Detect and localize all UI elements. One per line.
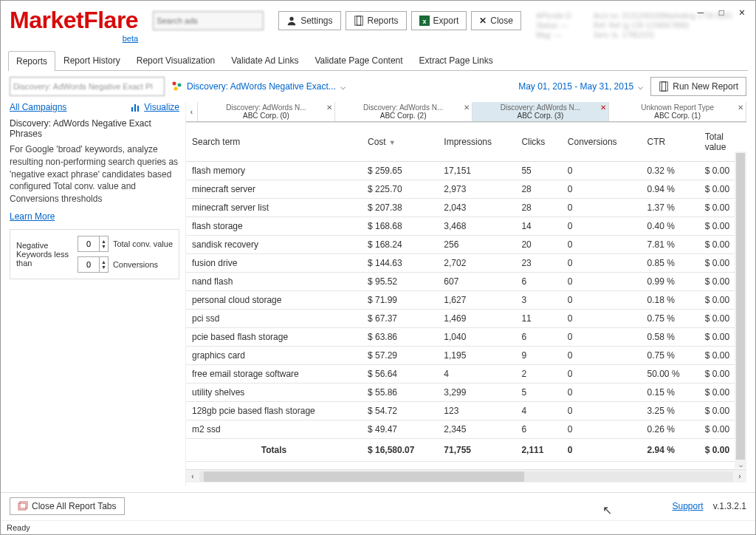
column-header[interactable]: Search term xyxy=(186,123,362,162)
table-cell: $ 259.65 xyxy=(362,162,438,180)
side-panel: All Campaigns Visualize Discovery: AdWor… xyxy=(10,102,179,486)
down-arrow-icon[interactable]: ▼ xyxy=(101,244,106,249)
beta-link[interactable]: beta xyxy=(123,34,138,43)
reports-icon xyxy=(354,16,364,26)
table-cell: pci ssd xyxy=(186,310,362,328)
column-header[interactable]: CTR xyxy=(642,123,699,162)
table-cell: $ 56.64 xyxy=(362,365,438,384)
close-all-tabs-button[interactable]: Close All Report Tabs xyxy=(10,497,125,515)
table-row[interactable]: pci ssd$ 67.371,4691100.75 %$ 0.00 xyxy=(186,310,746,328)
run-report-button[interactable]: Run New Report xyxy=(650,77,746,96)
close-label: Close xyxy=(490,16,513,26)
main-tab-report-visualization[interactable]: Report Visualization xyxy=(128,50,224,70)
table-row[interactable]: flash memory$ 259.6517,1515500.32 %$ 0.0… xyxy=(186,162,746,180)
table-row[interactable]: flash storage$ 168.683,4681400.40 %$ 0.0… xyxy=(186,217,746,236)
main-tab-validate-ad-links[interactable]: Validate Ad Links xyxy=(223,50,306,70)
main-tab-report-history[interactable]: Report History xyxy=(55,50,128,70)
table-row[interactable]: 128gb pcie based flash storage$ 54.72123… xyxy=(186,402,746,420)
svg-point-6 xyxy=(178,84,182,87)
column-header[interactable]: Clicks xyxy=(515,123,561,162)
total-conv-spinner[interactable]: ▲▼ xyxy=(78,236,109,252)
tab-close-icon[interactable]: ✕ xyxy=(464,103,470,112)
table-cell: 2,702 xyxy=(438,254,515,273)
table-row[interactable]: fusion drive$ 144.632,7022300.85 %$ 0.00 xyxy=(186,254,746,273)
report-tab[interactable]: Discovery: AdWords N...ABC Corp. (0)✕ xyxy=(198,102,335,121)
table-row[interactable]: graphics card$ 57.291,195900.75 %$ 0.00 xyxy=(186,347,746,365)
tabs-icon xyxy=(18,501,28,511)
up-arrow-icon[interactable]: ▲ xyxy=(101,259,106,265)
table-cell: $ 55.86 xyxy=(362,384,438,402)
table-row[interactable]: personal cloud storage$ 71.991,627300.18… xyxy=(186,291,746,310)
table-cell: 0.18 % xyxy=(642,291,699,310)
down-arrow-icon[interactable]: ▼ xyxy=(101,265,106,270)
flow-dropdown[interactable]: Discovery: AdWords Negative Exact... ⌵ xyxy=(172,81,346,92)
tab-close-icon[interactable]: ✕ xyxy=(326,103,332,112)
cfg-label-conversions: Conversions xyxy=(113,260,173,269)
scroll-left-icon[interactable]: ‹ xyxy=(186,472,199,480)
settings-button[interactable]: Settings xyxy=(278,11,340,30)
breadcrumb-box[interactable]: Discovery: AdWords Negative Exact Pl xyxy=(10,77,165,96)
svg-rect-2 xyxy=(357,16,362,25)
column-header[interactable]: Conversions xyxy=(562,123,642,162)
report-tab-label: ABC Corp. (2) xyxy=(338,112,469,120)
table-cell: 0 xyxy=(562,384,642,402)
table-cell: $ 168.24 xyxy=(362,236,438,254)
table-row[interactable]: minecraft server$ 225.702,9732800.94 %$ … xyxy=(186,180,746,199)
table-cell: fusion drive xyxy=(186,254,362,273)
column-header[interactable]: Impressions xyxy=(438,123,515,162)
table-cell: 0 xyxy=(562,291,642,310)
close-button[interactable]: ✕ Close xyxy=(471,11,521,30)
tab-close-icon[interactable]: ✕ xyxy=(600,103,606,112)
table-panel: ‹ Discovery: AdWords N...ABC Corp. (0)✕D… xyxy=(185,102,746,486)
scroll-right-icon[interactable]: › xyxy=(733,472,746,480)
table-row[interactable]: pcie based flash storage$ 63.861,040600.… xyxy=(186,328,746,347)
column-header[interactable]: Cost▼ xyxy=(362,123,438,162)
main-tab-reports[interactable]: Reports xyxy=(8,51,55,71)
table-cell: 0 xyxy=(562,310,642,328)
export-button[interactable]: x Export xyxy=(411,11,467,30)
table-row[interactable]: utility shelves$ 55.863,299500.15 %$ 0.0… xyxy=(186,384,746,402)
footer: Close All Report Tabs Support v.1.3.2.1 xyxy=(1,492,755,519)
report-tab[interactable]: Discovery: AdWords N...ABC Corp. (3)✕ xyxy=(472,102,610,121)
table-cell: 3,299 xyxy=(438,384,515,402)
conversions-spinner[interactable]: ▲▼ xyxy=(78,256,109,273)
table-row[interactable]: free email storage software$ 56.6442050.… xyxy=(186,365,746,384)
table-cell: m2 ssd xyxy=(186,420,362,439)
learn-more-link[interactable]: Learn More xyxy=(10,211,55,222)
report-tab-type: Discovery: AdWords N... xyxy=(338,103,469,112)
window-close-button[interactable]: ✕ xyxy=(735,5,749,18)
tab-close-icon[interactable]: ✕ xyxy=(738,103,743,112)
report-tab[interactable]: Discovery: AdWords N...ABC Corp. (2)✕ xyxy=(335,102,472,121)
search-input[interactable] xyxy=(153,11,264,30)
table-cell: 0.94 % xyxy=(642,180,699,199)
all-campaigns-link[interactable]: All Campaigns xyxy=(10,102,66,112)
table-row[interactable]: sandisk recovery$ 168.242562007.81 %$ 0.… xyxy=(186,236,746,254)
top-button-bar: Settings Reports x Export ✕ Close xyxy=(278,11,521,30)
visualize-link[interactable]: Visualize xyxy=(131,102,179,112)
report-tab[interactable]: Unknown Report TypeABC Corp. (1)✕ xyxy=(609,102,746,121)
table-cell: $ 144.63 xyxy=(362,254,438,273)
table-cell: 0.26 % xyxy=(642,420,699,439)
table-row[interactable]: minecraft server list$ 207.382,0432801.3… xyxy=(186,199,746,217)
table-cell: free email storage software xyxy=(186,365,362,384)
table-row[interactable]: nand flash$ 95.52607600.99 %$ 0.00 xyxy=(186,273,746,291)
table-row[interactable]: m2 ssd$ 49.472,345600.26 %$ 0.00 xyxy=(186,420,746,439)
main-tab-validate-page-content[interactable]: Validate Page Content xyxy=(306,50,410,70)
side-description: For Google 'broad' keywords, analyze res… xyxy=(10,143,179,205)
table-cell: 1,627 xyxy=(438,291,515,310)
report-icon xyxy=(659,81,669,92)
vertical-scrollbar[interactable]: ⌵ xyxy=(735,151,746,468)
tab-scroll-left[interactable]: ‹ xyxy=(186,102,198,121)
conversions-input[interactable] xyxy=(78,257,99,272)
main-tab-extract-page-links[interactable]: Extract Page Links xyxy=(411,50,501,70)
total-conv-input[interactable] xyxy=(78,236,99,251)
table-cell: pcie based flash storage xyxy=(186,328,362,347)
report-tabs: ‹ Discovery: AdWords N...ABC Corp. (0)✕D… xyxy=(186,102,746,122)
report-tab-label: ABC Corp. (3) xyxy=(475,112,606,120)
table-cell: nand flash xyxy=(186,273,362,291)
date-range-picker[interactable]: May 01, 2015 - May 31, 2015 ⌵ xyxy=(518,81,643,92)
support-link[interactable]: Support xyxy=(672,501,703,511)
horizontal-scrollbar[interactable]: ‹ › xyxy=(186,469,746,483)
up-arrow-icon[interactable]: ▲ xyxy=(101,239,106,244)
reports-button[interactable]: Reports xyxy=(346,11,407,30)
